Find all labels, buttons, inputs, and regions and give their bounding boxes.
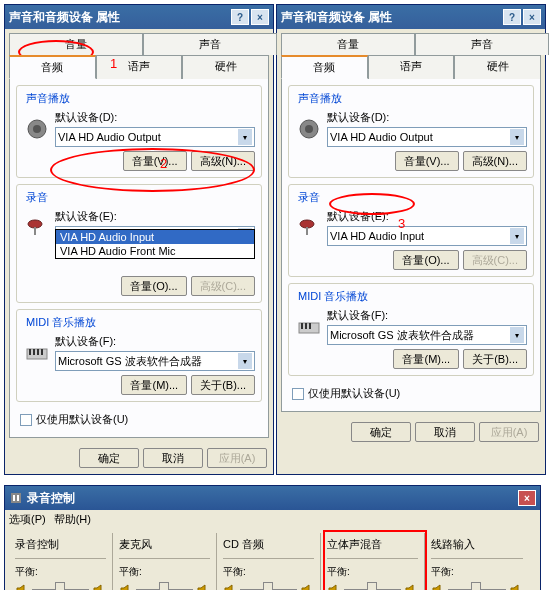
tab-voice[interactable]: 语声 [368, 55, 455, 79]
balance-label: 平衡: [119, 565, 210, 579]
balance-slider[interactable] [32, 581, 89, 590]
window-title: 声音和音频设备 属性 [281, 9, 501, 26]
mixer-channel: 麦克风 平衡: 音量: 选择(S) [113, 533, 217, 590]
titlebar[interactable]: 录音控制 × [5, 486, 540, 510]
titlebar[interactable]: 声音和音频设备 属性 ? × [277, 5, 545, 29]
help-button[interactable]: ? [503, 9, 521, 25]
close-button[interactable]: × [518, 490, 536, 506]
tab-sounds[interactable]: 声音 [415, 33, 549, 55]
ok-button[interactable]: 确定 [79, 448, 139, 468]
tab-voice[interactable]: 语声 [96, 55, 183, 79]
midi-label: 默认设备(F): [55, 334, 255, 349]
tab-hardware[interactable]: 硬件 [182, 55, 269, 79]
midi-device-select[interactable]: Microsoft GS 波表软件合成器 ▾ [55, 351, 255, 371]
tab-hardware[interactable]: 硬件 [454, 55, 541, 79]
menubar: 选项(P) 帮助(H) [5, 510, 540, 529]
svg-marker-24 [225, 585, 232, 590]
midi-volume-button[interactable]: 音量(M)... [121, 375, 187, 395]
record-volume-button[interactable]: 音量(O)... [393, 250, 458, 270]
svg-rect-3 [34, 227, 36, 235]
balance-slider[interactable] [344, 581, 401, 590]
menu-help[interactable]: 帮助(H) [54, 512, 91, 527]
midi-device-select[interactable]: Microsoft GS 波表软件合成器▾ [327, 325, 527, 345]
close-button[interactable]: × [523, 9, 541, 25]
speaker-icon [23, 117, 51, 141]
svg-rect-7 [37, 349, 39, 355]
midi-volume-button[interactable]: 音量(M)... [393, 349, 459, 369]
balance-label: 平衡: [223, 565, 314, 579]
playback-volume-button[interactable]: 音量(V)... [395, 151, 459, 171]
apply-button: 应用(A) [207, 448, 267, 468]
only-default-row[interactable]: 仅使用默认设备(U) [288, 382, 534, 405]
channel-title: 录音控制 [15, 537, 106, 552]
only-default-checkbox[interactable] [292, 388, 304, 400]
midi-about-button[interactable]: 关于(B)... [463, 349, 527, 369]
tab-volume[interactable]: 音量 [9, 33, 143, 55]
tab-audio[interactable]: 音频 [9, 55, 96, 79]
record-group: 录音 默认设备(E): VIA HD Audio Input ▾ VIA HD … [16, 184, 262, 303]
midi-group: MIDI 音乐播放 默认设备(F): Microsoft GS 波表软件合成器 … [16, 309, 262, 402]
tab-volume[interactable]: 音量 [281, 33, 415, 55]
tabs-row-bottom: 音频 语声 硬件 [9, 55, 269, 79]
record-device-dropdown: VIA HD Audio Input VIA HD Audio Front Mi… [55, 229, 255, 259]
dropdown-item[interactable]: VIA HD Audio Input [56, 230, 254, 244]
midi-group: MIDI 音乐播放 默认设备(F): Microsoft GS 波表软件合成器▾… [288, 283, 534, 376]
chevron-down-icon: ▾ [238, 129, 252, 145]
svg-marker-20 [17, 585, 24, 590]
speaker-right-icon [92, 583, 106, 590]
playback-volume-button[interactable]: 音量(V)... [123, 151, 187, 171]
balance-slider[interactable] [448, 581, 506, 590]
balance-slider[interactable] [240, 581, 297, 590]
recording-control-dialog: 录音控制 × 选项(P) 帮助(H) 录音控制 平衡: 音量: 全部静音(M) … [4, 485, 541, 590]
channel-title: CD 音频 [223, 537, 314, 552]
balance-label: 平衡: [431, 565, 523, 579]
midi-icon [295, 315, 323, 339]
dropdown-item[interactable]: VIA HD Audio Front Mic [56, 244, 254, 258]
svg-rect-17 [11, 493, 21, 503]
microphone-icon [295, 216, 323, 240]
menu-options[interactable]: 选项(P) [9, 512, 46, 527]
audio-properties-dialog-right: 声音和音频设备 属性 ? × 音量 声音 音频 语声 硬件 声音播放 默认设备(… [276, 4, 546, 475]
speaker-left-icon [223, 583, 237, 590]
svg-marker-23 [198, 585, 205, 590]
svg-point-1 [33, 125, 41, 133]
mixer-body: 录音控制 平衡: 音量: 全部静音(M) 麦克风 平衡: [5, 529, 540, 590]
playback-advanced-button[interactable]: 高级(N)... [191, 151, 255, 171]
speaker-left-icon [15, 583, 29, 590]
mixer-channel: CD 音频 平衡: 音量: 选择(S) [217, 533, 321, 590]
playback-device-select[interactable]: VIA HD Audio Output▾ [327, 127, 527, 147]
midi-about-button[interactable]: 关于(B)... [191, 375, 255, 395]
apply-button: 应用(A) [479, 422, 539, 442]
balance-label: 平衡: [15, 565, 106, 579]
cancel-button[interactable]: 取消 [415, 422, 475, 442]
balance-slider[interactable] [136, 581, 193, 590]
playback-advanced-button[interactable]: 高级(N)... [463, 151, 527, 171]
svg-rect-8 [41, 349, 43, 355]
tab-audio[interactable]: 音频 [281, 55, 368, 79]
record-device-select[interactable]: VIA HD Audio Input▾ [327, 226, 527, 246]
tab-sounds[interactable]: 声音 [143, 33, 277, 55]
mixer-icon [9, 491, 23, 505]
help-button[interactable]: ? [231, 9, 249, 25]
tabs-row-top: 音量 声音 [9, 33, 277, 55]
microphone-icon [23, 216, 51, 240]
chevron-down-icon: ▾ [510, 228, 524, 244]
svg-point-10 [305, 125, 313, 133]
record-volume-button[interactable]: 音量(O)... [121, 276, 186, 296]
mixer-channel: 立体声混音 平衡: 音量: ✔ 选择(S) [321, 533, 425, 590]
svg-rect-19 [17, 495, 19, 501]
ok-button[interactable]: 确定 [351, 422, 411, 442]
svg-rect-6 [33, 349, 35, 355]
close-button[interactable]: × [251, 9, 269, 25]
only-default-row[interactable]: 仅使用默认设备(U) [16, 408, 262, 431]
chevron-down-icon: ▾ [238, 353, 252, 369]
svg-point-2 [28, 220, 42, 228]
svg-marker-25 [302, 585, 309, 590]
chevron-down-icon: ▾ [510, 129, 524, 145]
cancel-button[interactable]: 取消 [143, 448, 203, 468]
svg-marker-26 [329, 585, 336, 590]
record-advanced-button: 高级(C)... [191, 276, 255, 296]
playback-device-select[interactable]: VIA HD Audio Output ▾ [55, 127, 255, 147]
only-default-checkbox[interactable] [20, 414, 32, 426]
titlebar[interactable]: 声音和音频设备 属性 ? × [5, 5, 273, 29]
